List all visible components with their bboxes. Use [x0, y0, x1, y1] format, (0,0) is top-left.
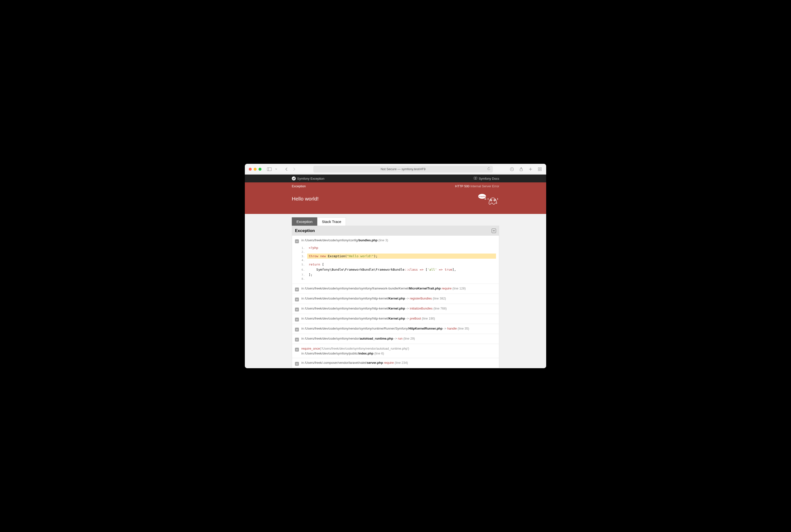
code-line: 8 — [301, 277, 496, 281]
error-banner: Exception HTTP 500 Internal Server Error… — [245, 183, 546, 214]
svg-point-12 — [491, 200, 491, 201]
code-line: 5return [ — [301, 262, 496, 267]
expand-frame-button[interactable] — [295, 287, 299, 291]
frame-location: in /Users/freek/dev/code/symfony/vendor/… — [301, 326, 496, 331]
back-button[interactable] — [284, 167, 289, 172]
frame-location: in /Users/freek/dev/code/symfony/vendor/… — [301, 336, 496, 341]
minimize-window-button[interactable] — [253, 168, 257, 171]
exception-panel: Exception in /Users/freek/dev/code/symfo… — [292, 226, 499, 368]
stack-frame: in /Users/freek/.composer/vendor/laravel… — [292, 358, 499, 368]
line-content: throw new Exception("Hello world!"); — [307, 253, 496, 259]
topbar-title: Symfony Exception — [297, 177, 324, 180]
code-snippet: 1<?php23throw new Exception("Hello world… — [301, 245, 496, 281]
expand-frame-button[interactable] — [295, 338, 299, 342]
panel-header: Exception — [292, 226, 499, 236]
stack-frame: in /Users/freek/dev/code/symfony/vendor/… — [292, 284, 499, 294]
chevron-down-icon[interactable] — [274, 167, 279, 172]
symfony-logo-icon: sf — [292, 176, 296, 180]
frame-location: in /Users/freek/dev/code/symfony/vendor/… — [301, 286, 496, 291]
line-number: 8 — [301, 277, 307, 281]
page-content: sf Symfony Exception Symfony Docs Except… — [245, 174, 546, 368]
stack-frame: in /Users/freek/dev/code/symfony/vendor/… — [292, 294, 499, 304]
tab-stack-trace[interactable]: Stack Trace — [317, 217, 346, 226]
http-desc: Internal Server Error — [470, 184, 499, 188]
stack-frame: in /Users/freek/dev/code/symfony/vendor/… — [292, 304, 499, 314]
line-content — [307, 278, 496, 280]
expand-frame-button[interactable] — [295, 362, 299, 366]
svg-text:Exception!: Exception! — [477, 195, 487, 197]
svg-point-13 — [494, 200, 495, 201]
code-line: 1<?php — [301, 245, 496, 250]
collapse-frame-button[interactable] — [295, 239, 299, 243]
tab-exception[interactable]: Exception — [292, 217, 317, 226]
stack-frame: require_once('/Users/freek/dev/code/symf… — [292, 344, 499, 358]
expand-frame-button[interactable] — [295, 298, 299, 301]
line-content: Symfony\Bundle\FrameworkBundle\Framework… — [307, 267, 496, 272]
svg-rect-0 — [267, 168, 271, 171]
address-text: Not Secure — symfony.test/#F9 — [381, 167, 425, 171]
line-number: 4 — [301, 259, 307, 262]
frame-location: in /Users/freek/dev/code/symfony/vendor/… — [301, 296, 496, 301]
code-line: 3throw new Exception("Hello world!"); — [301, 253, 496, 259]
collapse-panel-button[interactable] — [492, 229, 496, 233]
tabs: Exception Stack Trace — [292, 217, 499, 226]
svg-rect-6 — [538, 169, 540, 171]
line-number: 1 — [301, 246, 307, 250]
expand-frame-button[interactable] — [295, 348, 299, 352]
stack-frame: in /Users/freek/dev/code/symfony/vendor/… — [292, 324, 499, 334]
symfony-docs-link[interactable]: Symfony Docs — [479, 177, 499, 180]
line-content: ]; — [307, 272, 496, 277]
window-controls — [249, 168, 262, 171]
book-icon — [474, 177, 477, 180]
expand-frame-button[interactable] — [295, 307, 299, 311]
exception-message: Hello world! — [292, 196, 319, 202]
svg-rect-5 — [540, 168, 542, 169]
frame-location: in /Users/freek/.composer/vendor/laravel… — [301, 360, 496, 365]
symfony-topbar: sf Symfony Exception Symfony Docs — [245, 174, 546, 183]
maximize-window-button[interactable] — [259, 168, 262, 171]
expand-frame-button[interactable] — [295, 318, 299, 322]
tabs-overview-icon[interactable] — [538, 167, 542, 172]
line-content — [307, 251, 496, 253]
svg-rect-4 — [538, 168, 540, 169]
browser-window: Not Secure — symfony.test/#F9 — [245, 164, 546, 368]
line-number: 6 — [301, 268, 307, 271]
line-number: 5 — [301, 263, 307, 266]
address-bar[interactable]: Not Secure — symfony.test/#F9 — [313, 166, 493, 173]
expand-frame-button[interactable] — [295, 328, 299, 331]
line-number: 7 — [301, 273, 307, 277]
stack-frame: in /Users/freek/dev/code/symfony/vendor/… — [292, 334, 499, 344]
line-content: return [ — [307, 262, 496, 267]
stack-frame: in /Users/freek/dev/code/symfony/vendor/… — [292, 314, 499, 324]
line-number: 2 — [301, 250, 307, 253]
close-window-button[interactable] — [249, 168, 252, 171]
frame-location: in /Users/freek/dev/code/symfony/vendor/… — [301, 306, 496, 311]
frame-location: in /Users/freek/dev/code/symfony/config/… — [301, 238, 496, 243]
forward-button[interactable] — [292, 167, 297, 172]
line-number: 3 — [301, 255, 307, 258]
http-code: HTTP 500 — [455, 184, 470, 188]
panel-title: Exception — [295, 228, 315, 233]
downloads-icon[interactable] — [509, 167, 514, 172]
frame-location: in /Users/freek/dev/code/symfony/vendor/… — [301, 316, 496, 321]
http-status: HTTP 500 Internal Server Error — [455, 184, 499, 188]
line-content — [307, 260, 496, 261]
sidebar-toggle-icon[interactable] — [267, 167, 272, 172]
line-content: <?php — [307, 245, 496, 250]
code-line: 6 Symfony\Bundle\FrameworkBundle\Framewo… — [301, 267, 496, 272]
code-line: 7]; — [301, 272, 496, 277]
share-icon[interactable] — [519, 167, 524, 172]
ghost-illustration-icon: Exception! — [477, 191, 499, 206]
code-line: 4 — [301, 259, 496, 262]
stack-frame: in /Users/freek/dev/code/symfony/config/… — [292, 236, 499, 284]
svg-rect-7 — [540, 169, 542, 171]
reload-icon[interactable] — [487, 167, 490, 171]
code-line: 2 — [301, 250, 496, 253]
new-tab-icon[interactable] — [528, 167, 533, 172]
browser-chrome: Not Secure — symfony.test/#F9 — [245, 164, 546, 174]
frame-location: require_once('/Users/freek/dev/code/symf… — [301, 346, 496, 356]
exception-class: Exception — [292, 184, 306, 188]
